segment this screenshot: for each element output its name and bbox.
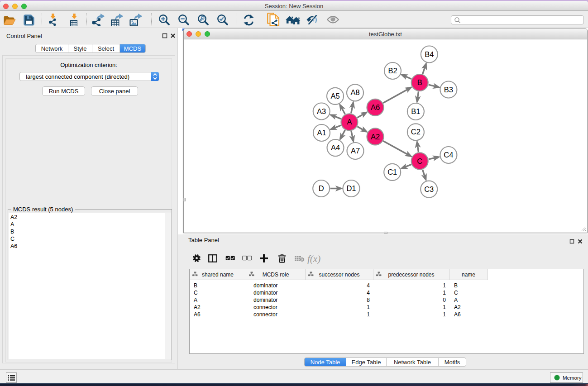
svg-text:A2: A2 bbox=[371, 133, 380, 141]
svg-text:A4: A4 bbox=[331, 143, 340, 152]
svg-text:A5: A5 bbox=[330, 92, 339, 100]
svg-text:B2: B2 bbox=[388, 67, 397, 75]
svg-text:A6: A6 bbox=[371, 103, 380, 111]
svg-text:A8: A8 bbox=[350, 88, 359, 96]
svg-text:A3: A3 bbox=[317, 107, 326, 115]
svg-text:A1: A1 bbox=[317, 129, 326, 137]
svg-text:B3: B3 bbox=[444, 86, 453, 94]
svg-text:B1: B1 bbox=[411, 107, 420, 115]
svg-text:C2: C2 bbox=[411, 128, 421, 136]
svg-text:C1: C1 bbox=[387, 168, 397, 176]
svg-text:B: B bbox=[417, 78, 422, 86]
svg-text:D: D bbox=[319, 184, 324, 192]
svg-text:A: A bbox=[347, 118, 352, 126]
svg-text:C: C bbox=[417, 157, 422, 165]
svg-text:A7: A7 bbox=[351, 147, 360, 155]
svg-text:B4: B4 bbox=[425, 50, 434, 58]
svg-text:D1: D1 bbox=[346, 184, 356, 192]
svg-text:C4: C4 bbox=[444, 151, 453, 159]
svg-text:C3: C3 bbox=[424, 185, 434, 193]
